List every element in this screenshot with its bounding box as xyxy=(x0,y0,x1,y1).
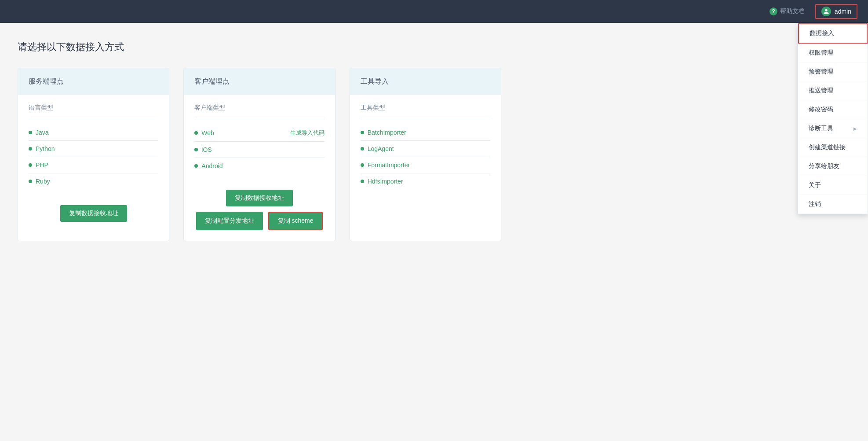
generate-import-code-link[interactable]: 生成导入代码 xyxy=(290,129,325,137)
server-card: 服务端埋点 语言类型 Java Python PHP xyxy=(18,68,169,241)
dot-icon xyxy=(194,164,198,168)
main-content: 请选择以下数据接入方式 服务端埋点 语言类型 Java Python xyxy=(0,23,704,259)
dropdown-item-permissions[interactable]: 权限管理 xyxy=(798,44,868,62)
tools-card-body: 工具类型 BatchImporter LogAgent FormatImport… xyxy=(350,95,501,198)
help-icon: ? xyxy=(770,7,777,15)
tools-card: 工具导入 工具类型 BatchImporter LogAgent FormatI… xyxy=(350,68,501,241)
admin-icon xyxy=(821,7,831,16)
client-item-android[interactable]: Android xyxy=(194,158,324,174)
dot-icon xyxy=(29,163,32,167)
dot-icon xyxy=(361,131,364,134)
lang-item-python[interactable]: Python xyxy=(29,141,158,157)
dropdown-item-alerts[interactable]: 预警管理 xyxy=(798,62,868,81)
lang-item-php[interactable]: PHP xyxy=(29,157,158,173)
dropdown-item-change-password[interactable]: 修改密码 xyxy=(798,100,868,119)
server-section-title: 语言类型 xyxy=(29,104,158,112)
copy-scheme-button[interactable]: 复制 scheme xyxy=(268,212,323,230)
client-card-body: 客户端类型 Web 生成导入代码 iOS Android xyxy=(184,95,335,183)
server-card-body: 语言类型 Java Python PHP Ruby xyxy=(18,95,169,198)
tool-item-batchimporter[interactable]: BatchImporter xyxy=(361,125,490,141)
dot-icon xyxy=(361,147,364,151)
dot-icon xyxy=(29,180,32,183)
admin-label: admin xyxy=(835,8,851,15)
dot-icon xyxy=(361,163,364,167)
dropdown-item-data-input[interactable]: 数据接入 xyxy=(798,23,868,44)
lang-item-java[interactable]: Java xyxy=(29,125,158,141)
copy-config-address-button[interactable]: 复制配置分发地址 xyxy=(196,212,263,230)
page-title: 请选择以下数据接入方式 xyxy=(18,40,686,54)
tools-card-header: 工具导入 xyxy=(350,68,501,95)
dot-icon xyxy=(361,180,364,183)
header: ? 帮助文档 admin 数据接入 权限管理 预警管理 推送管理 修改密码 诊断… xyxy=(0,0,868,23)
tool-item-hdfsimporter[interactable]: HdfsImporter xyxy=(361,173,490,189)
lang-item-ruby[interactable]: Ruby xyxy=(29,173,158,189)
web-item-row: Web 生成导入代码 xyxy=(201,129,324,137)
dot-icon xyxy=(194,148,198,151)
dropdown-item-about[interactable]: 关于 xyxy=(798,176,868,195)
tool-item-logagent[interactable]: LogAgent xyxy=(361,141,490,157)
dropdown-item-create-channel[interactable]: 创建渠道链接 xyxy=(798,138,868,157)
admin-button[interactable]: admin xyxy=(815,4,857,19)
copy-server-address-button[interactable]: 复制数据接收地址 xyxy=(60,205,127,222)
dropdown-item-logout[interactable]: 注销 xyxy=(798,195,868,214)
dropdown-item-share[interactable]: 分享给朋友 xyxy=(798,157,868,176)
help-link[interactable]: ? 帮助文档 xyxy=(770,7,805,15)
copy-client-address-button[interactable]: 复制数据接收地址 xyxy=(226,190,293,206)
dot-icon xyxy=(194,131,198,135)
dropdown-item-diagnostics[interactable]: 诊断工具 ▶ xyxy=(798,119,868,138)
dot-icon xyxy=(29,147,32,151)
client-card-footer: 复制数据接收地址 复制配置分发地址 复制 scheme xyxy=(184,183,335,241)
chevron-right-icon: ▶ xyxy=(853,126,857,131)
client-card-header: 客户端埋点 xyxy=(184,68,335,95)
client-item-ios[interactable]: iOS xyxy=(194,142,324,158)
client-item-web[interactable]: Web 生成导入代码 xyxy=(194,125,324,142)
dropdown-item-push[interactable]: 推送管理 xyxy=(798,81,868,100)
cards-container: 服务端埋点 语言类型 Java Python PHP xyxy=(18,68,501,241)
client-section-title: 客户端类型 xyxy=(194,104,324,112)
server-card-footer: 复制数据接收地址 xyxy=(18,198,169,232)
client-card: 客户端埋点 客户端类型 Web 生成导入代码 iOS xyxy=(183,68,335,241)
tools-section-title: 工具类型 xyxy=(361,104,490,112)
server-card-header: 服务端埋点 xyxy=(18,68,169,95)
tool-item-formatimporter[interactable]: FormatImporter xyxy=(361,157,490,173)
dot-icon xyxy=(29,131,32,134)
help-label: 帮助文档 xyxy=(780,7,805,15)
dropdown-menu: 数据接入 权限管理 预警管理 推送管理 修改密码 诊断工具 ▶ 创建渠道链接 分… xyxy=(798,23,868,214)
